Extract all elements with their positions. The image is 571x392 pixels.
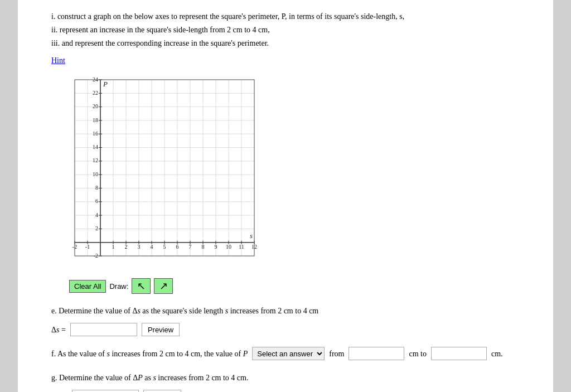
draw-label: Draw:	[109, 282, 128, 291]
section-g-input-row: ΔP = Preview	[51, 389, 520, 392]
graph-canvas[interactable]	[51, 70, 263, 276]
section-f-text: f. As the value of s increases from 2 cm…	[51, 347, 248, 361]
instruction-ii: ii. represent an increase in the square'…	[51, 23, 520, 37]
page: i. construct a graph on the below axes t…	[18, 0, 553, 392]
to-value-input[interactable]	[431, 347, 487, 360]
instruction-iii: iii. and represent the corresponding inc…	[51, 37, 520, 50]
instructions: i. construct a graph on the below axes t…	[51, 10, 520, 50]
cm-end-label: cm.	[491, 347, 503, 361]
section-f-input-row: f. As the value of s increases from 2 cm…	[51, 347, 520, 361]
graph-area: Clear All Draw: ↗ ↗	[51, 70, 520, 294]
section-e: e. Determine the value of Δs as the squa…	[51, 304, 520, 336]
section-e-preview-button[interactable]: Preview	[142, 323, 180, 336]
section-g: g. Determine the value of ΔP as s increa…	[51, 371, 520, 392]
delta-p-input[interactable]	[72, 390, 139, 392]
delta-p-label: ΔP =	[51, 389, 67, 392]
draw-tool-2[interactable]: ↗	[154, 278, 173, 294]
section-g-preview-button[interactable]: Preview	[143, 390, 181, 392]
delta-s-label: Δs =	[51, 323, 66, 337]
section-f: f. As the value of s increases from 2 cm…	[51, 347, 520, 361]
toolbar: Clear All Draw: ↗ ↗	[69, 278, 173, 294]
section-e-text: e. Determine the value of Δs as the squa…	[51, 304, 520, 318]
draw-tool-1[interactable]: ↗	[132, 278, 151, 294]
delta-s-input[interactable]	[70, 323, 137, 336]
hint-link[interactable]: Hint	[51, 56, 65, 65]
cm-to-label: cm to	[409, 347, 427, 361]
clear-all-button[interactable]: Clear All	[69, 280, 106, 293]
select-answer-dropdown[interactable]: Select an answer increases decreases sta…	[252, 347, 325, 360]
from-label: from	[329, 347, 344, 361]
section-e-input-row: Δs = Preview	[51, 323, 520, 337]
graph-container	[51, 70, 263, 276]
instruction-i: i. construct a graph on the below axes t…	[51, 10, 520, 23]
from-value-input[interactable]	[349, 347, 404, 360]
section-g-text: g. Determine the value of ΔP as s increa…	[51, 371, 520, 385]
